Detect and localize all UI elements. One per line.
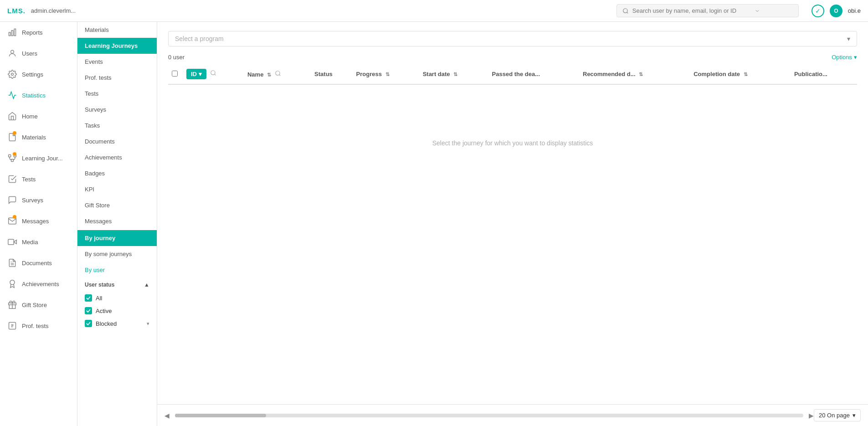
sec-item-by-journey[interactable]: By journey [77,230,157,246]
sec-item-prof-tests[interactable]: Prof. tests [77,70,157,86]
sec-item-achievements[interactable]: Achievements [77,149,157,165]
sidebar-item-home[interactable]: Home [0,106,77,127]
status-blocked[interactable]: Blocked ▾ [77,317,157,330]
svg-rect-3 [11,31,13,36]
sidebar-label-media: Media [22,239,38,246]
per-page-label: 20 On page [819,412,850,419]
achievements-icon [7,279,17,289]
checkbox-all[interactable] [85,294,92,302]
progress-sort-icon[interactable]: ⇅ [385,72,390,77]
search-input[interactable] [632,7,751,14]
pagination-scroll[interactable] [175,414,803,417]
select-program-dropdown[interactable]: Select a program ▾ [168,31,857,46]
status-all[interactable]: All [77,292,157,304]
sidebar-item-statistics[interactable]: Statistics [0,85,77,106]
sidebar-item-learning-journeys[interactable]: Learning Jour... [0,148,77,169]
user-icon [7,48,17,58]
sec-item-messages[interactable]: Messages [77,213,157,229]
status-active-label: Active [96,308,112,314]
prof-tests-icon [7,321,17,331]
sidebar-secondary: Materials Learning Journeys Events Prof.… [77,22,157,426]
sidebar-label-documents: Documents [22,260,52,267]
sidebar-item-tests[interactable]: Tests [0,169,77,190]
name-search-icon[interactable] [275,71,281,78]
start-date-sort-icon[interactable]: ⇅ [453,72,457,77]
svg-point-5 [11,50,14,53]
per-page-selector[interactable]: 20 On page ▾ [814,409,861,421]
col-passed-deadline-label: Passed the dea... [492,71,540,77]
search-icon [622,8,629,14]
check-button[interactable]: ✓ [812,5,824,17]
col-recommended-d-label: Recommended d... [583,71,636,77]
sec-item-kpi[interactable]: KPI [77,181,157,197]
sidebar-label-settings: Settings [22,71,43,78]
sidebar-item-settings[interactable]: Settings [0,64,77,85]
checkbox-blocked[interactable] [85,320,92,327]
scroll-left-arrow[interactable]: ◀ [164,412,169,419]
sec-item-by-some-journeys[interactable]: By some journeys [77,246,157,262]
sidebar-label-materials: Materials [22,134,46,141]
id-filter-button[interactable]: ID ▾ [186,69,206,79]
tests-icon [7,174,17,184]
options-button[interactable]: Options ▾ [832,54,857,61]
empty-message: Select the journey for which you want to… [168,85,857,201]
sidebar-item-prof-tests[interactable]: Prof. tests [0,315,77,336]
svg-marker-10 [14,240,16,244]
topbar-right: ✓ O obi.e [812,5,861,17]
gift-icon [7,300,17,310]
sidebar-label-tests: Tests [22,176,36,183]
sidebar-item-documents[interactable]: Documents [0,252,77,273]
sec-item-badges[interactable]: Badges [77,165,157,181]
sidebar-label-users: Users [22,50,37,57]
search-box[interactable] [616,4,799,17]
select-all-checkbox[interactable] [172,71,178,77]
sidebar-item-media[interactable]: Media [0,231,77,252]
sidebar-item-surveys[interactable]: Surveys [0,190,77,210]
blocked-arrow-icon: ▾ [147,321,149,327]
sidebar-item-materials[interactable]: Materials [0,127,77,148]
sec-item-learning-journeys[interactable]: Learning Journeys [77,38,157,54]
main-layout: Reports Users Settings Statistics [0,22,868,426]
col-recommended-d: Recommended d... ⇅ [579,64,690,84]
checkbox-active[interactable] [85,307,92,314]
content-inner: Select a program ▾ 0 user Options ▾ [157,22,868,404]
messages-dot [13,215,16,219]
per-page-arrow-icon: ▾ [853,412,856,419]
scroll-right-arrow[interactable]: ▶ [809,412,814,419]
sec-item-tasks[interactable]: Tasks [77,118,157,133]
sec-item-materials[interactable]: Materials [77,22,157,38]
user-status-section: User status ▲ [77,278,157,292]
user-count-label: 0 user [168,54,185,61]
sidebar-label-gift-store: Gift Store [22,302,47,308]
sidebar-item-reports[interactable]: Reports [0,22,77,43]
sec-item-by-user[interactable]: By user [77,262,157,278]
svg-rect-7 [9,155,11,157]
status-active[interactable]: Active [77,304,157,317]
name-sort-icon[interactable]: ⇅ [267,72,271,77]
col-id-label: ID [191,71,197,77]
col-name: Name ⇅ [244,64,311,84]
completion-sort-icon[interactable]: ⇅ [744,72,748,77]
topbar: LMS. admin.cleverlm... ✓ O obi.e [0,0,868,22]
id-search-icon[interactable] [210,71,216,77]
sidebar-item-messages[interactable]: Messages [0,210,77,231]
svg-line-19 [214,74,216,76]
col-start-date: Start date ⇅ [419,64,488,84]
sec-item-events[interactable]: Events [77,54,157,70]
data-table: ID ▾ Name ⇅ [168,64,857,201]
sidebar-item-users[interactable]: Users [0,43,77,64]
sidebar-item-achievements[interactable]: Achievements [0,273,77,294]
sec-item-documents[interactable]: Documents [77,133,157,149]
user-count-row: 0 user Options ▾ [168,54,857,61]
recommended-sort-icon[interactable]: ⇅ [639,72,643,77]
sec-item-tests[interactable]: Tests [77,86,157,102]
col-id: ID ▾ [183,64,244,84]
scroll-handle [175,414,266,417]
svg-point-20 [275,71,279,75]
chevron-up-icon: ▲ [144,282,149,288]
sec-item-gift-store[interactable]: Gift Store [77,197,157,213]
sidebar-label-reports: Reports [22,29,43,36]
sidebar-item-gift-store[interactable]: Gift Store [0,294,77,315]
col-completion-date-label: Completion date [693,71,740,77]
sec-item-surveys[interactable]: Surveys [77,102,157,118]
